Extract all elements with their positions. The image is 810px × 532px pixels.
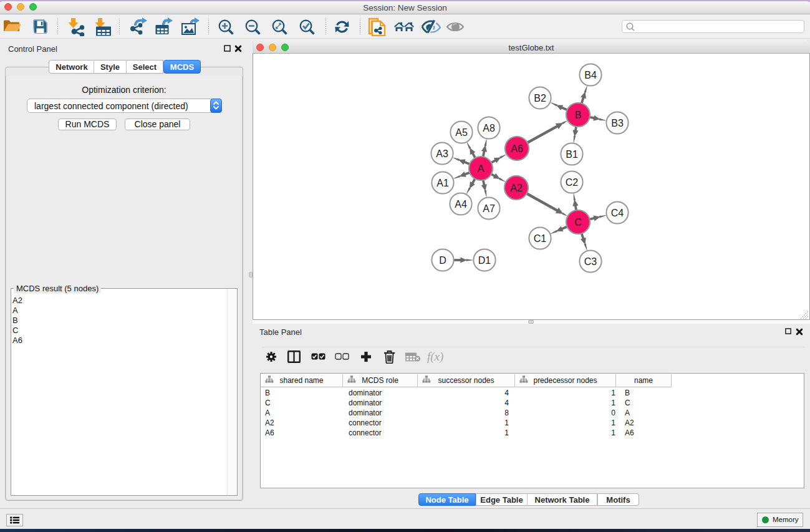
svg-text:B2: B2 xyxy=(534,93,546,104)
svg-text:A6: A6 xyxy=(511,143,523,154)
svg-text:C4: C4 xyxy=(611,208,624,218)
svg-text:B4: B4 xyxy=(584,70,597,80)
svg-text:C3: C3 xyxy=(584,256,597,267)
svg-text:C1: C1 xyxy=(534,233,547,244)
svg-text:A5: A5 xyxy=(455,127,468,138)
svg-text:B: B xyxy=(575,110,582,120)
svg-text:A8: A8 xyxy=(483,123,495,133)
svg-text:A1: A1 xyxy=(436,178,449,188)
svg-text:A7: A7 xyxy=(483,203,495,214)
svg-text:C: C xyxy=(574,217,582,228)
svg-text:D1: D1 xyxy=(478,255,491,266)
svg-text:B3: B3 xyxy=(611,118,624,128)
svg-text:C2: C2 xyxy=(566,177,579,188)
svg-text:A3: A3 xyxy=(436,148,448,159)
svg-text:A2: A2 xyxy=(510,183,523,193)
svg-text:A: A xyxy=(478,163,485,174)
svg-text:D: D xyxy=(439,255,446,266)
svg-text:A4: A4 xyxy=(455,199,467,210)
svg-text:B1: B1 xyxy=(566,149,578,160)
